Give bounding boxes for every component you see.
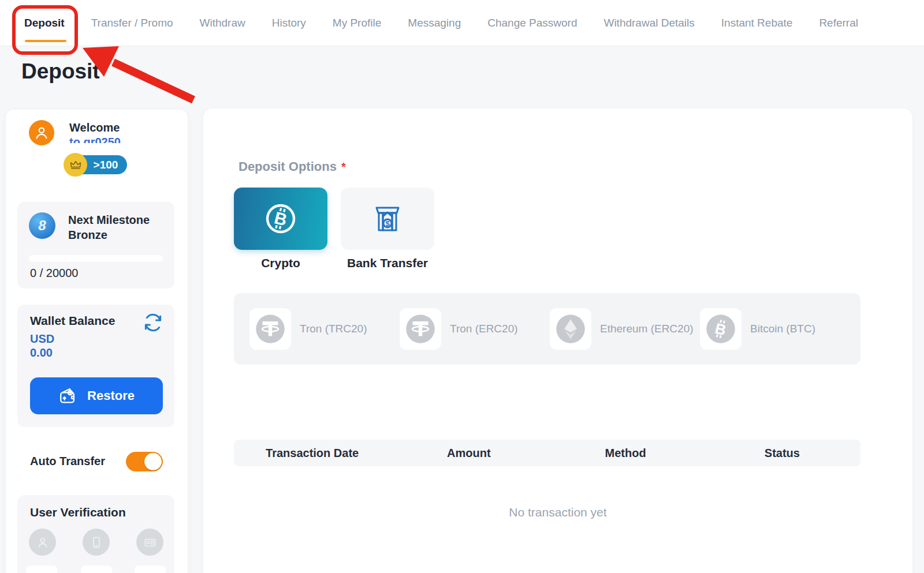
method-tron-erc20[interactable]: Tron (ERC20) xyxy=(400,308,550,350)
column-method: Method xyxy=(547,447,704,460)
verify-phone-icon[interactable] xyxy=(83,529,110,556)
tab-instant-rebate[interactable]: Instant Rebate xyxy=(721,17,793,29)
tab-transfer-promo[interactable]: Transfer / Promo xyxy=(91,17,173,29)
method-label: Tron (ERC20) xyxy=(450,323,518,335)
top-navigation: Deposit Transfer / Promo Withdraw Histor… xyxy=(0,0,924,46)
crypto-methods-strip: Tron (TRC20) Tron (ERC20) xyxy=(234,293,860,365)
user-verification-title: User Verification xyxy=(30,505,126,519)
refresh-icon[interactable] xyxy=(142,312,164,334)
welcome-username: to.gr0250 xyxy=(69,136,162,143)
verify-id-card-icon[interactable] xyxy=(136,529,163,556)
wallet-currency: USD xyxy=(30,332,54,346)
auto-transfer-toggle[interactable] xyxy=(126,452,163,471)
column-amount: Amount xyxy=(390,447,547,460)
deposit-panel: Deposit Options* B Crypto xyxy=(203,108,912,573)
account-sidebar: Welcome to.gr0250 >100 8 Next Milestone … xyxy=(6,110,188,573)
method-ethereum-erc20[interactable]: Ethereum (ERC20) xyxy=(550,308,700,350)
milestone-title: Next Milestone Bronze xyxy=(68,212,150,242)
empty-transactions-message: No transaction yet xyxy=(203,505,912,519)
tab-my-profile[interactable]: My Profile xyxy=(333,17,381,29)
deposit-option-bank-transfer[interactable]: $ xyxy=(341,188,434,250)
svg-text:$: $ xyxy=(385,219,390,228)
tab-change-password[interactable]: Change Password xyxy=(487,17,577,29)
column-transaction-date: Transaction Date xyxy=(234,447,390,460)
method-tron-trc20[interactable]: Tron (TRC20) xyxy=(249,308,400,350)
milestone-coin-icon: 8 xyxy=(29,212,55,239)
tether-icon xyxy=(249,308,291,350)
verify-phone-button[interactable] xyxy=(81,565,112,573)
wallet-icon xyxy=(58,386,78,406)
avatar xyxy=(29,120,54,145)
transactions-table-header: Transaction Date Amount Method Status xyxy=(234,440,860,466)
tab-deposit[interactable]: Deposit xyxy=(24,17,65,29)
bitcoin-icon: B xyxy=(700,308,742,350)
method-label: Ethereum (ERC20) xyxy=(600,323,694,335)
person-icon xyxy=(33,124,50,141)
page-title: Deposit xyxy=(21,59,100,84)
deposit-options-label: Deposit Options* xyxy=(239,159,346,174)
wallet-amount: 0.00 xyxy=(30,346,53,359)
milestone-progress-bar xyxy=(29,255,163,262)
ethereum-icon xyxy=(550,308,591,350)
tab-messaging[interactable]: Messaging xyxy=(408,17,461,29)
tab-referral[interactable]: Referral xyxy=(819,17,858,29)
milestone-progress-text: 0 / 20000 xyxy=(30,267,78,280)
method-label: Bitcoin (BTC) xyxy=(750,323,815,335)
toggle-knob xyxy=(144,453,162,470)
verify-profile-button[interactable] xyxy=(26,565,57,573)
level-badge: >100 xyxy=(64,155,131,175)
tab-withdraw[interactable]: Withdraw xyxy=(200,17,245,29)
bank-icon: $ xyxy=(369,200,406,237)
milestone-card: 8 Next Milestone Bronze 0 / 20000 xyxy=(17,202,174,289)
welcome-greeting: Welcome xyxy=(69,121,120,134)
bitcoin-icon: B xyxy=(260,199,301,239)
wallet-balance-title: Wallet Balance xyxy=(30,314,115,328)
crown-icon xyxy=(64,153,87,177)
verify-profile-icon[interactable] xyxy=(29,529,56,556)
bank-transfer-option-label: Bank Transfer xyxy=(341,256,434,270)
method-label: Tron (TRC20) xyxy=(300,323,367,335)
verify-id-card-button[interactable] xyxy=(135,565,166,573)
tab-history[interactable]: History xyxy=(272,17,306,29)
auto-transfer-label: Auto Transfer xyxy=(30,455,105,468)
milestone-tier: Bronze xyxy=(68,227,150,242)
crypto-option-label: Crypto xyxy=(234,256,327,270)
wallet-card: Wallet Balance USD 0.00 Restore xyxy=(17,305,174,427)
user-verification-card: User Verification xyxy=(17,495,174,573)
method-bitcoin-btc[interactable]: B Bitcoin (BTC) xyxy=(700,308,850,350)
deposit-option-crypto[interactable]: B xyxy=(234,188,327,250)
restore-label: Restore xyxy=(87,388,135,403)
tab-withdrawal-details[interactable]: Withdrawal Details xyxy=(603,17,694,29)
column-status: Status xyxy=(704,447,860,460)
required-marker: * xyxy=(341,160,346,173)
deposit-page: Deposit Transfer / Promo Withdraw Histor… xyxy=(0,0,924,573)
restore-button[interactable]: Restore xyxy=(30,377,163,414)
tether-icon xyxy=(400,308,441,350)
